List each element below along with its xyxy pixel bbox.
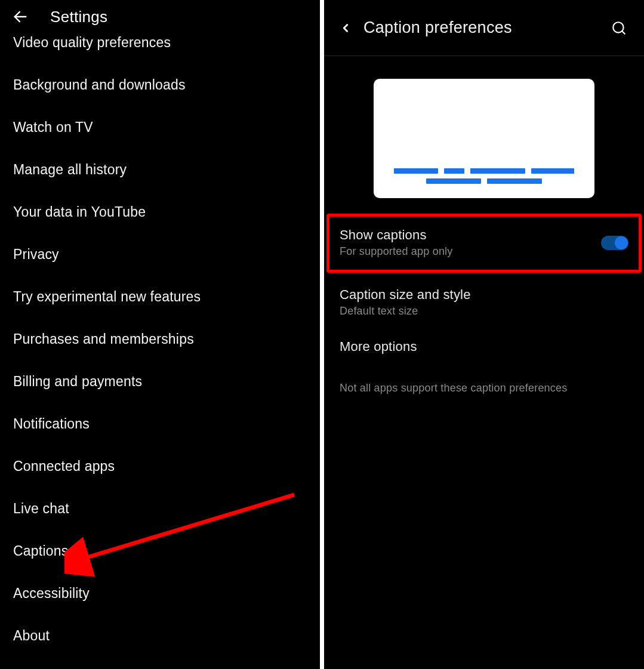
search-icon[interactable] [611, 20, 627, 36]
pref-size-style-title: Caption size and style [340, 287, 628, 303]
pref-size-style-sub: Default text size [340, 305, 628, 317]
pref-show-captions-sub: For supported app only [340, 245, 601, 258]
settings-panel: Settings Video quality preferences Backg… [0, 0, 320, 669]
settings-item-live-chat[interactable]: Live chat [13, 488, 307, 530]
caption-title: Caption preferences [363, 19, 512, 37]
settings-item-notifications[interactable]: Notifications [13, 403, 307, 445]
pref-support-note: Not all apps support these caption prefe… [340, 365, 628, 411]
chevron-back-icon[interactable] [338, 21, 353, 35]
settings-item-manage-history[interactable]: Manage all history [13, 149, 307, 191]
settings-item-connected-apps[interactable]: Connected apps [13, 445, 307, 488]
caption-header-left: Caption preferences [338, 19, 512, 37]
pref-more-options-text: More options [340, 339, 628, 354]
pref-more-options[interactable]: More options [340, 328, 628, 365]
pref-show-captions[interactable]: Show captions For supported app only [326, 214, 642, 273]
pref-size-style-text: Caption size and style Default text size [340, 287, 628, 317]
back-arrow-icon[interactable] [12, 8, 29, 25]
caption-preview-bars [374, 168, 594, 189]
pref-show-captions-text: Show captions For supported app only [340, 227, 601, 258]
caption-header: Caption preferences [324, 0, 644, 56]
settings-item-billing[interactable]: Billing and payments [13, 360, 307, 403]
settings-item-video-quality[interactable]: Video quality preferences [13, 30, 307, 64]
caption-preview [324, 56, 644, 212]
settings-item-watch-on-tv[interactable]: Watch on TV [13, 106, 307, 149]
settings-item-purchases[interactable]: Purchases and memberships [13, 318, 307, 360]
caption-prefs-list: Show captions For supported app only Cap… [324, 214, 644, 411]
settings-item-about[interactable]: About [13, 615, 307, 657]
pref-size-style[interactable]: Caption size and style Default text size [340, 276, 628, 328]
settings-item-privacy[interactable]: Privacy [13, 233, 307, 276]
caption-preview-card [374, 79, 594, 198]
settings-header: Settings [0, 0, 320, 33]
pref-show-captions-title: Show captions [340, 227, 601, 243]
svg-line-4 [622, 31, 625, 34]
settings-item-background-downloads[interactable]: Background and downloads [13, 64, 307, 106]
settings-item-accessibility[interactable]: Accessibility [13, 572, 307, 615]
settings-item-experimental[interactable]: Try experimental new features [13, 276, 307, 318]
caption-preferences-panel: Caption preferences [324, 0, 644, 669]
pref-more-options-title: More options [340, 339, 628, 354]
show-captions-toggle[interactable] [601, 236, 628, 250]
settings-item-captions[interactable]: Captions [13, 530, 307, 572]
settings-item-your-data[interactable]: Your data in YouTube [13, 191, 307, 233]
settings-title: Settings [50, 8, 107, 26]
toggle-knob [615, 236, 628, 249]
settings-list: Video quality preferences Background and… [0, 30, 320, 657]
